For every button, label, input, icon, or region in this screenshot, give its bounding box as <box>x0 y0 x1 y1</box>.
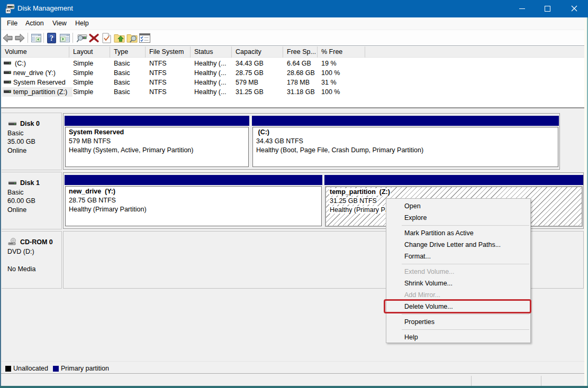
svg-text:?: ? <box>50 34 53 42</box>
